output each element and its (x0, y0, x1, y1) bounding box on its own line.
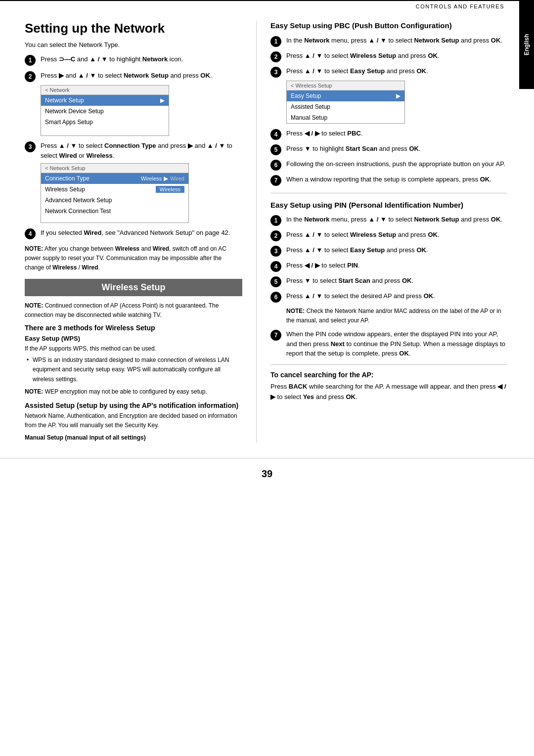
pin-section-title: Easy Setup using PIN (Personal Identific… (270, 200, 507, 210)
top-bar: CONTROLS AND FEATURES (0, 0, 534, 12)
step-4-text: If you selected Wired, see "Advanced Net… (41, 228, 242, 238)
connection-menu-item-2: Wireless Setup Wireless (41, 184, 188, 195)
easy-setup-wps-text: If the AP supports WPS, this method can … (25, 344, 242, 354)
pbc-step-2: 2 Press ▲ / ▼ to select Wireless Setup a… (270, 51, 507, 62)
wireless-setup-header: Wireless Setup (25, 279, 242, 296)
step-3-text: Press ▲ / ▼ to select Connection Type an… (41, 141, 242, 160)
page-title: Setting up the Network (25, 21, 242, 36)
pin-step-5: 5 Press ▼ to select Start Scan and press… (270, 276, 507, 287)
right-column: Easy Setup using PBC (Push Button Config… (270, 21, 507, 443)
connection-menu-item-4: Network Connection Test (41, 206, 188, 217)
wireless-menu-box: < Wireless Setup Easy Setup▶ Assisted Se… (286, 81, 405, 124)
pin-step-2: 2 Press ▲ / ▼ to select Wireless Setup a… (270, 230, 507, 241)
cancel-text: Press BACK while searching for the AP. A… (270, 382, 507, 402)
pin-step-1: 1 In the Network menu, press ▲ / ▼ to se… (270, 215, 507, 226)
pbc-step-5: 5 Press ▼ to highlight Start Scan and pr… (270, 144, 507, 155)
easy-setup-wps-title: Easy Setup (WPS) (25, 335, 242, 342)
pin-note: NOTE: Check the Network Name and/or MAC … (286, 307, 507, 325)
connection-menu-header: < Network Setup (41, 164, 188, 173)
pbc-step-3: 3 Press ▲ / ▼ to select Easy Setup and p… (270, 66, 507, 78)
step-2-text: Press ▶ and ▲ / ▼ to select Network Setu… (41, 71, 242, 81)
english-tab: English (519, 0, 534, 89)
page-number: 39 (0, 458, 534, 488)
connection-menu-item-1: Connection Type Wireless ▶ Wired (41, 173, 188, 184)
wireless-setup-note: NOTE: Continued connection of AP (Access… (25, 301, 242, 320)
divider-1 (270, 193, 507, 193)
controls-label: CONTROLS AND FEATURES (416, 3, 504, 9)
network-menu-item-3: Smart Apps Setup (41, 117, 169, 128)
step-4-circle: 4 (25, 228, 36, 239)
network-menu-item-1: Network Setup▶ (41, 95, 169, 106)
bullet-1: • WPS is an industry standard designed t… (25, 356, 242, 384)
pin-step-6: 6 Press ▲ / ▼ to select the desired AP a… (270, 291, 507, 303)
pbc-section-title: Easy Setup using PBC (Push Button Config… (270, 21, 507, 31)
pin-step-3: 3 Press ▲ / ▼ to select Easy Setup and p… (270, 245, 507, 257)
step-2-circle: 2 (25, 71, 36, 82)
connection-menu-spacer (41, 217, 188, 222)
methods-title: There are 3 methods for Wireless Setup (25, 324, 242, 332)
network-menu-header: < Network (41, 86, 169, 95)
step-4: 4 If you selected Wired, see "Advanced N… (25, 228, 242, 239)
pbc-step-4: 4 Press ◀ / ▶ to select PBC. (270, 129, 507, 140)
main-content: Setting up the Network You can select th… (0, 12, 534, 448)
wep-note: NOTE: WEP encryption may not be able to … (25, 387, 242, 397)
vertical-divider (256, 21, 257, 443)
note-1: NOTE: After you change between Wireless … (25, 244, 242, 273)
pbc-step-1: 1 In the Network menu, press ▲ / ▼ to se… (270, 36, 507, 47)
pbc-step-7: 7 When a window reporting that the setup… (270, 175, 507, 186)
pin-step-7: 7 When the PIN code window appears, ente… (270, 329, 507, 358)
network-menu-item-2: Network Device Setup (41, 106, 169, 117)
pin-step-4: 4 Press ◀ / ▶ to select PIN. (270, 261, 507, 272)
network-menu-box: < Network Network Setup▶ Network Device … (41, 85, 169, 136)
assisted-setup-text: Network Name, Authentication, and Encryp… (25, 411, 242, 430)
divider-2 (270, 364, 507, 365)
step-1-circle: 1 (25, 55, 36, 66)
step-3: 3 Press ▲ / ▼ to select Connection Type … (25, 141, 242, 160)
assisted-setup-title: Assisted Setup (setup by using the AP's … (25, 401, 242, 409)
step-1: 1 Press ⊃—C and ▲ / ▼ to highlight Netwo… (25, 54, 242, 66)
subtitle: You can select the Network Type. (25, 41, 242, 48)
connection-menu-item-3: Advanced Network Setup (41, 195, 188, 206)
left-column: Setting up the Network You can select th… (25, 21, 242, 443)
pbc-step-6: 6 Following the on-screen instructions, … (270, 159, 507, 171)
connection-menu-box: < Network Setup Connection Type Wireless… (41, 163, 189, 223)
step-3-circle: 3 (25, 141, 36, 152)
cancel-title: To cancel searching for the AP: (270, 371, 507, 379)
step-2: 2 Press ▶ and ▲ / ▼ to select Network Se… (25, 71, 242, 82)
manual-setup-title: Manual Setup (manual input of all settin… (25, 434, 242, 441)
step-1-text: Press ⊃—C and ▲ / ▼ to highlight Network… (41, 54, 242, 64)
network-menu-spacer (41, 128, 169, 135)
